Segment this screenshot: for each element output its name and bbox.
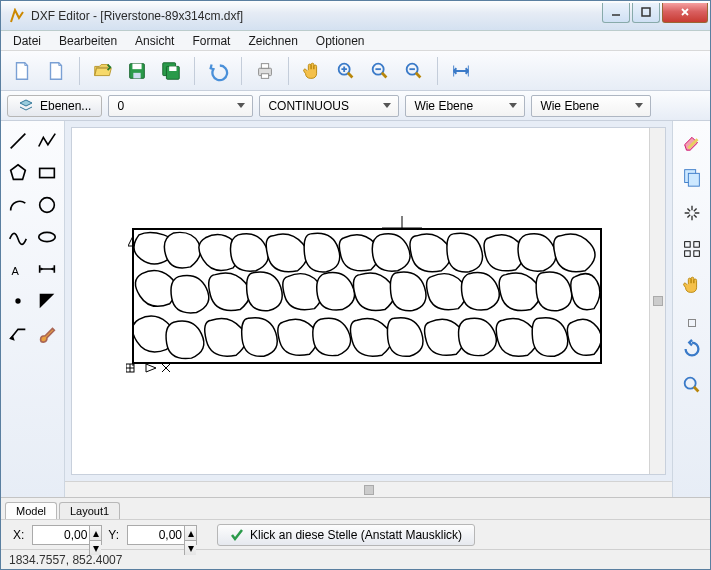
zoom-out-icon[interactable] — [365, 56, 395, 86]
svg-rect-2 — [132, 63, 141, 68]
line-tool[interactable] — [5, 127, 31, 155]
zoom-in-icon[interactable] — [331, 56, 361, 86]
layer-combo[interactable]: 0 — [108, 95, 253, 117]
status-bar: 1834.7557, 852.4007 — [1, 549, 710, 569]
menubar: Datei Bearbeiten Ansicht Format Zeichnen… — [1, 31, 710, 51]
zoom-out2-icon[interactable] — [399, 56, 429, 86]
menu-optionen[interactable]: Optionen — [308, 32, 373, 50]
lineweight-combo[interactable]: Wie Ebene — [405, 95, 525, 117]
svg-rect-26 — [688, 173, 699, 186]
riverstone-drawing — [132, 228, 602, 364]
x-label: X: — [13, 528, 24, 542]
grid-tool[interactable] — [678, 235, 706, 263]
svg-point-16 — [39, 232, 56, 241]
maximize-button[interactable] — [632, 3, 660, 23]
check-icon — [230, 528, 244, 542]
ellipse-tool[interactable] — [35, 223, 61, 251]
eraser-tool[interactable] — [678, 127, 706, 155]
dimension-tool[interactable] — [35, 255, 61, 283]
new-doc2-icon[interactable] — [41, 56, 71, 86]
linetype-combo[interactable]: CONTINUOUS — [259, 95, 399, 117]
main-toolbar — [1, 51, 710, 91]
layers-label: Ebenen... — [40, 99, 91, 113]
canvas-wrap — [65, 121, 672, 497]
svg-rect-3 — [133, 72, 140, 78]
click-here-button[interactable]: Klick an diese Stelle (Anstatt Mausklick… — [217, 524, 475, 546]
svg-point-18 — [16, 299, 20, 303]
drawing-canvas[interactable] — [71, 127, 666, 475]
menu-format[interactable]: Format — [184, 32, 238, 50]
property-bar: Ebenen... 0 CONTINUOUS Wie Ebene Wie Ebe… — [1, 91, 710, 121]
minimize-button[interactable] — [602, 3, 630, 23]
svg-rect-0 — [642, 8, 650, 16]
menu-datei[interactable]: Datei — [5, 32, 49, 50]
svg-rect-9 — [261, 73, 268, 78]
horizontal-scrollbar[interactable] — [65, 481, 672, 497]
window-title: DXF Editor - [Riverstone-89x314cm.dxf] — [31, 9, 602, 23]
text-tool[interactable]: A — [5, 255, 31, 283]
layers-icon — [18, 98, 34, 114]
svg-rect-14 — [40, 168, 55, 177]
svg-point-15 — [40, 198, 55, 213]
menu-zeichnen[interactable]: Zeichnen — [240, 32, 305, 50]
svg-text:A: A — [11, 265, 19, 277]
sheet-tabs: Model Layout1 — [1, 497, 710, 519]
y-input[interactable]: 0,00▴▾ — [127, 525, 197, 545]
menu-bearbeiten[interactable]: Bearbeiten — [51, 32, 125, 50]
fit-width-icon[interactable] — [446, 56, 476, 86]
point-tool[interactable] — [5, 287, 31, 315]
origin-marker — [126, 356, 176, 376]
pan-icon[interactable] — [297, 56, 327, 86]
tab-model[interactable]: Model — [5, 502, 57, 519]
new-doc-icon[interactable] — [7, 56, 37, 86]
svg-rect-28 — [693, 242, 699, 248]
spline-tool[interactable] — [5, 223, 31, 251]
svg-rect-30 — [693, 251, 699, 257]
x-input[interactable]: 0,00▴▾ — [32, 525, 102, 545]
coordinate-bar: X: 0,00▴▾ Y: 0,00▴▾ Klick an diese Stell… — [1, 519, 710, 549]
svg-line-13 — [10, 134, 25, 149]
menu-ansicht[interactable]: Ansicht — [127, 32, 182, 50]
svg-rect-27 — [684, 242, 690, 248]
titlebar: DXF Editor - [Riverstone-89x314cm.dxf] — [1, 1, 710, 31]
polygon-tool[interactable] — [5, 159, 31, 187]
leader-tool[interactable] — [5, 319, 31, 347]
svg-rect-8 — [261, 63, 268, 68]
rotate-tool[interactable] — [678, 335, 706, 363]
layers-button[interactable]: Ebenen... — [7, 95, 102, 117]
checkbox-toggle[interactable] — [688, 319, 696, 327]
print-icon[interactable] — [250, 56, 280, 86]
svg-rect-6 — [169, 66, 176, 71]
cursor-coords: 1834.7557, 852.4007 — [9, 553, 122, 567]
work-area: A — [1, 121, 710, 497]
tab-layout1[interactable]: Layout1 — [59, 502, 120, 519]
svg-rect-29 — [684, 251, 690, 257]
save-all-icon[interactable] — [156, 56, 186, 86]
close-button[interactable] — [662, 3, 708, 23]
app-window: DXF Editor - [Riverstone-89x314cm.dxf] D… — [0, 0, 711, 570]
right-toolbox — [672, 121, 710, 497]
zoom-tool[interactable] — [678, 371, 706, 399]
copy-tool[interactable] — [678, 163, 706, 191]
vertical-scrollbar[interactable] — [649, 128, 665, 474]
app-icon — [9, 8, 25, 24]
arc-tool[interactable] — [5, 191, 31, 219]
hand-tool[interactable] — [678, 271, 706, 299]
y-label: Y: — [108, 528, 119, 542]
undo-icon[interactable] — [203, 56, 233, 86]
open-icon[interactable] — [88, 56, 118, 86]
circle-tool[interactable] — [35, 191, 61, 219]
brush-tool[interactable] — [35, 319, 61, 347]
polyline-tool[interactable] — [35, 127, 61, 155]
snap-tool[interactable] — [678, 199, 706, 227]
save-icon[interactable] — [122, 56, 152, 86]
rectangle-tool[interactable] — [35, 159, 61, 187]
left-toolbox: A — [1, 121, 65, 497]
hatch-tool[interactable] — [35, 287, 61, 315]
color-combo[interactable]: Wie Ebene — [531, 95, 651, 117]
